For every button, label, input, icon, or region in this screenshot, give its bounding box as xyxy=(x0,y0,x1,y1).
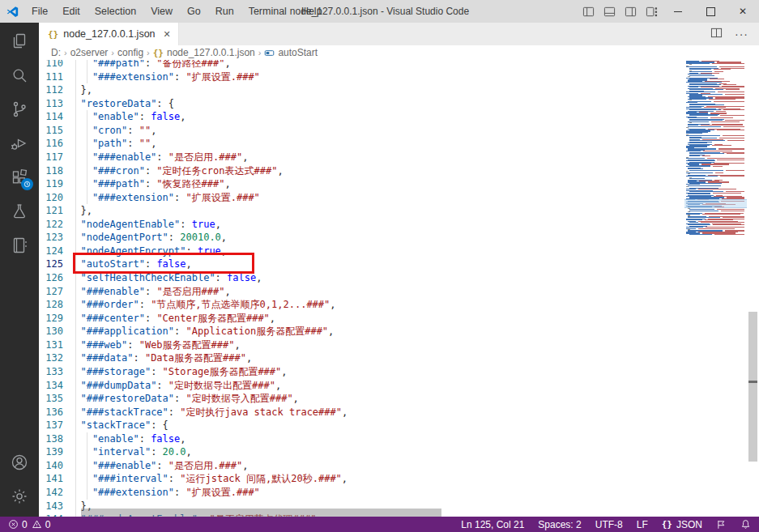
code-line-133[interactable]: 133"###storage": "Storage服务器配置###", xyxy=(39,365,759,379)
customize-layout-icon[interactable] xyxy=(641,0,662,23)
code-line-127[interactable]: 127"###enable": "是否启用###", xyxy=(39,285,759,299)
code-line-131[interactable]: 131"###web": "Web服务器配置###", xyxy=(39,338,759,352)
tab-close-icon[interactable]: ✕ xyxy=(164,29,171,40)
line-number[interactable]: 120 xyxy=(39,191,63,205)
notifications-bell-icon[interactable] xyxy=(740,519,751,530)
cursor-position[interactable]: Ln 125, Col 21 xyxy=(461,519,524,530)
breadcrumb-item-node127001json[interactable]: {}node_127.0.0.1.json xyxy=(153,47,255,58)
code-line-116[interactable]: 116"path": "", xyxy=(39,137,759,151)
line-number[interactable]: 123 xyxy=(39,231,63,245)
line-number[interactable]: 116 xyxy=(39,137,63,151)
code-line-138[interactable]: 138"enable": false, xyxy=(39,432,759,446)
menu-go[interactable]: Go xyxy=(180,0,208,23)
activitybar-testing-icon[interactable] xyxy=(0,194,39,228)
code-line-120[interactable]: 120"###extension": "扩展设置.###" xyxy=(39,191,759,205)
line-number[interactable]: 121 xyxy=(39,204,63,218)
line-number[interactable]: 113 xyxy=(39,97,63,111)
code-line-135[interactable]: 135"###restoreData": "定时数据导入配置###", xyxy=(39,392,759,406)
line-number[interactable]: 115 xyxy=(39,124,63,138)
line-number[interactable]: 136 xyxy=(39,406,63,419)
line-number[interactable]: 118 xyxy=(39,164,63,178)
code-line-128[interactable]: 128"###order": "节点顺序,节点选举顺序0,1,2...###", xyxy=(39,298,759,312)
split-editor-icon[interactable] xyxy=(710,27,723,42)
breadcrumb-item-d[interactable]: D: xyxy=(51,47,61,58)
menu-help[interactable]: Help xyxy=(294,0,330,23)
errors-indicator[interactable]: 0 xyxy=(8,519,28,530)
line-number[interactable]: 117 xyxy=(39,151,63,164)
menu-view[interactable]: View xyxy=(143,0,180,23)
line-number[interactable]: 125 xyxy=(39,257,63,271)
line-number[interactable]: 124 xyxy=(39,245,63,258)
code-line-142[interactable]: 142"###extension": "扩展设置.###" xyxy=(39,486,759,500)
minimize-button[interactable] xyxy=(662,0,694,23)
code-line-113[interactable]: 113"restoreData": { xyxy=(39,97,759,111)
activitybar-source-control-icon[interactable] xyxy=(0,92,39,126)
line-number[interactable]: 133 xyxy=(39,365,63,379)
activitybar-explorer-icon[interactable] xyxy=(0,24,39,58)
menu-selection[interactable]: Selection xyxy=(87,0,143,23)
code-line-123[interactable]: 123"nodeAgentPort": 20010.0, xyxy=(39,231,759,245)
code-line-139[interactable]: 139"interval": 20.0, xyxy=(39,445,759,459)
code-line-115[interactable]: 115"cron": "", xyxy=(39,124,759,138)
code-line-137[interactable]: 137"stackTrace": { xyxy=(39,419,759,432)
code-line-121[interactable]: 121}, xyxy=(39,204,759,218)
line-number[interactable]: 134 xyxy=(39,379,63,393)
line-number[interactable]: 128 xyxy=(39,298,63,312)
line-number[interactable]: 122 xyxy=(39,218,63,232)
line-number[interactable]: 139 xyxy=(39,445,63,459)
code-line-140[interactable]: 140"###enable": "是否启用.###", xyxy=(39,459,759,473)
minimap[interactable] xyxy=(684,61,747,236)
activitybar-run-debug-icon[interactable] xyxy=(0,126,39,160)
activitybar-notebook-icon[interactable] xyxy=(0,228,39,262)
line-number[interactable]: 111 xyxy=(39,70,63,84)
activitybar-settings-icon[interactable] xyxy=(0,479,39,513)
line-number[interactable]: 141 xyxy=(39,472,63,486)
line-number[interactable]: 132 xyxy=(39,351,63,365)
line-number[interactable]: 143 xyxy=(39,500,63,513)
maximize-button[interactable] xyxy=(694,0,727,23)
toggle-secondary-sidebar-icon[interactable] xyxy=(620,0,641,23)
warnings-indicator[interactable]: 0 xyxy=(32,519,51,530)
code-line-134[interactable]: 134"###dumpData": "定时数据导出配置###", xyxy=(39,379,759,393)
menu-run[interactable]: Run xyxy=(208,0,241,23)
activitybar-extensions-icon[interactable] xyxy=(0,160,39,194)
activitybar-accounts-icon[interactable] xyxy=(0,445,39,479)
activitybar-search-icon[interactable] xyxy=(0,58,39,92)
horizontal-scrollbar[interactable] xyxy=(81,509,441,517)
line-number[interactable]: 138 xyxy=(39,432,63,446)
code-line-118[interactable]: 118"###cron": "定时任务cron表达式###", xyxy=(39,164,759,178)
menu-file[interactable]: File xyxy=(24,0,55,23)
code-line-114[interactable]: 114"enable": false, xyxy=(39,110,759,124)
line-number[interactable]: 142 xyxy=(39,486,63,500)
line-number[interactable]: 126 xyxy=(39,271,63,285)
line-number[interactable]: 130 xyxy=(39,325,63,338)
editor[interactable]: 110"###path": "备份路径###",111"###extension… xyxy=(39,60,759,517)
tab-node-json[interactable]: {} node_127.0.0.1.json ✕ xyxy=(39,23,179,45)
eol-setting[interactable]: LF xyxy=(637,519,648,530)
line-number[interactable]: 110 xyxy=(39,60,63,70)
menu-edit[interactable]: Edit xyxy=(55,0,87,23)
code-line-136[interactable]: 136"###stackTrace": "定时执行java stack trac… xyxy=(39,406,759,419)
line-number[interactable]: 119 xyxy=(39,177,63,191)
line-number[interactable]: 135 xyxy=(39,392,63,406)
code-line-117[interactable]: 117"###enable": "是否启用.###", xyxy=(39,151,759,164)
line-number[interactable]: 137 xyxy=(39,419,63,432)
line-number[interactable]: 129 xyxy=(39,312,63,326)
code-line-130[interactable]: 130"###application": "Application服务器配置##… xyxy=(39,325,759,338)
vertical-scrollbar[interactable] xyxy=(748,312,757,462)
code-line-132[interactable]: 132"###data": "Data服务器配置###", xyxy=(39,351,759,365)
code-line-111[interactable]: 111"###extension": "扩展设置.###" xyxy=(39,70,759,84)
code-line-129[interactable]: 129"###center": "Center服务器配置###", xyxy=(39,312,759,326)
encoding-setting[interactable]: UTF-8 xyxy=(595,519,623,530)
toggle-panel-icon[interactable] xyxy=(599,0,620,23)
more-actions-icon[interactable]: ··· xyxy=(735,30,748,38)
code-line-141[interactable]: 141"###interval": "运行jstack 间隔,默认20秒.###… xyxy=(39,472,759,486)
line-number[interactable]: 140 xyxy=(39,459,63,473)
code-line-122[interactable]: 122"nodeAgentEnable": true, xyxy=(39,218,759,232)
breadcrumb-item-autostart[interactable]: autoStart xyxy=(264,47,318,58)
line-number[interactable]: 127 xyxy=(39,285,63,299)
menu-terminal[interactable]: Terminal xyxy=(241,0,294,23)
line-number[interactable]: 112 xyxy=(39,83,63,97)
line-number[interactable]: 114 xyxy=(39,110,63,124)
code-line-110[interactable]: 110"###path": "备份路径###", xyxy=(39,60,759,70)
